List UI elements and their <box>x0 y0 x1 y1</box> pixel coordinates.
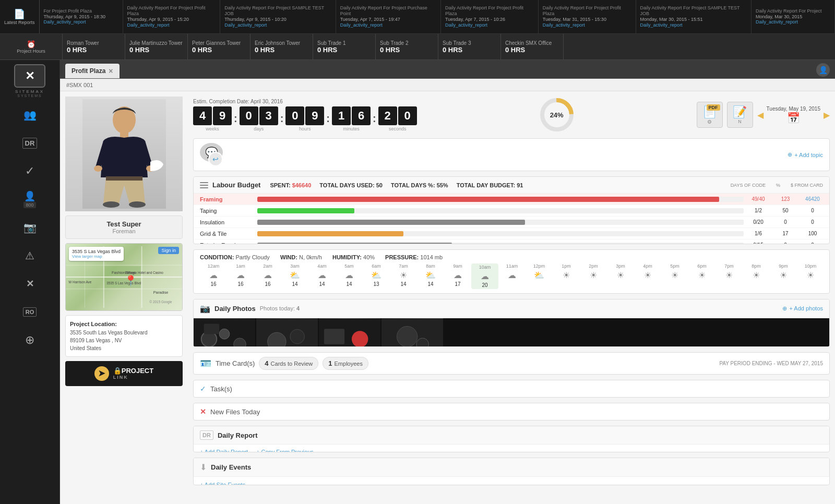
sidebar-item-ro[interactable]: RO <box>11 299 48 325</box>
topic-area: 💬 ↩ ⊕ + Add topic <box>193 138 830 171</box>
add-topic-label: + Add topic <box>794 152 823 158</box>
photo-thumb-2[interactable] <box>256 318 319 347</box>
location-address3: United States <box>70 344 178 352</box>
labour-budget-menu-icon[interactable] <box>200 182 208 188</box>
activity-item[interactable]: Daily Activity Report For Project SAMPLE… <box>220 0 336 33</box>
employees-label: Employees <box>335 361 363 367</box>
clock-icon: ⏰ <box>27 40 35 49</box>
activity-item[interactable]: Daily Activity Report For Project Profit… <box>441 0 539 33</box>
seconds-digit2: 0 <box>398 106 417 125</box>
activity-item[interactable]: Daily Activity Report For Project Purcha… <box>336 0 441 33</box>
svg-point-6 <box>129 201 146 208</box>
daily-report-actions: + Add Daily Report + Copy From Previous <box>194 445 829 452</box>
add-photos-btn[interactable]: ⊕ + Add photos <box>782 305 823 312</box>
weather-hour: 2pm ☀ <box>580 263 607 289</box>
sidebar-item-camera[interactable]: 📷 <box>11 214 48 241</box>
cal-prev-btn[interactable]: ◀ <box>757 110 764 120</box>
employees-badge[interactable]: 1 Employees <box>323 357 368 370</box>
activity-item[interactable]: Daily Activity Report For Project Profit… <box>123 0 221 33</box>
weather-hour: 1am ☁ 16 <box>227 263 254 289</box>
completion-pct: 24% <box>550 111 564 119</box>
col2-header: % <box>776 183 780 188</box>
tab-close-btn[interactable]: × <box>109 67 113 75</box>
svg-point-26 <box>219 329 230 339</box>
breadcrumb-text: #SMX 001 <box>66 82 93 88</box>
daily-report-title: Daily Report <box>218 431 258 439</box>
cards-count: 4 <box>265 359 268 367</box>
sidebar-item-warning[interactable]: ⚠ <box>11 243 48 269</box>
main-content: Test Super Foreman Fashion Show 3535 S L… <box>60 91 835 504</box>
sidebar-item-person[interactable]: 👤 800 <box>11 186 48 212</box>
check-icon: ✓ <box>25 164 34 178</box>
weather-hour: 4pm ☀ <box>634 263 661 289</box>
sidebar-item-check[interactable]: ✓ <box>11 158 48 184</box>
col1-header: DAYS OF CODE <box>731 183 766 188</box>
add-photos-label: + Add photos <box>789 305 823 311</box>
activity-item[interactable]: Daily Activity Report For ProjectMonday,… <box>752 0 835 33</box>
daily-report-section: DR Daily Report + Add Daily Report + Cop… <box>193 426 830 452</box>
logo-name: SITEMAX <box>14 89 45 94</box>
person-image <box>65 97 183 211</box>
new-files-section: ✕ New Files Today <box>193 403 830 421</box>
topic-icon-group: 💬 ↩ <box>200 143 229 166</box>
project-hours-item: Checkin SMX Office0 HRS <box>501 34 564 59</box>
photo-thumb-3[interactable] <box>319 318 381 347</box>
events-download-icon: ⬇ <box>200 462 207 472</box>
dr-badge: DR <box>200 430 213 440</box>
location-title: Project Location: <box>70 320 178 329</box>
cards-label: Cards to Review <box>271 361 313 367</box>
map-pin: 📍 <box>124 274 137 287</box>
hours-digit1: 0 <box>285 106 304 125</box>
map-signin-btn[interactable]: Sign in <box>158 247 179 254</box>
cards-to-review-badge[interactable]: 4 Cards to Review <box>259 357 318 370</box>
calendar-nav: ◀ Tuesday, May 19, 2015 📅 ▶ <box>757 106 830 124</box>
latest-reports-btn[interactable]: 📄 Latest Reports <box>0 0 40 33</box>
tab-profit-plaza[interactable]: Profit Plaza × <box>65 64 120 78</box>
sidebar-item-dr[interactable]: DR <box>11 130 48 156</box>
ro-icon: RO <box>23 307 37 317</box>
countdown-left: Estim. Completion Date: April 30, 2016 4… <box>193 99 417 131</box>
daily-events-section: ⬇ Daily Events + Add Site Events <box>193 458 830 485</box>
breadcrumb: #SMX 001 <box>60 79 835 91</box>
weather-hour: 1pm ☀ <box>553 263 580 289</box>
svg-point-5 <box>103 201 120 208</box>
person-role: Foreman <box>70 228 178 234</box>
add-daily-report-btn[interactable]: + Add Daily Report <box>200 449 248 452</box>
sidebar-item-crosshair[interactable]: ⊕ <box>11 327 48 353</box>
weather-hour: 6pm ☀ <box>688 263 715 289</box>
budget-col-headers: DAYS OF CODE % $ FROM CARD <box>731 183 823 188</box>
weather-hours: 12am ☁ 16 1am ☁ 16 2am ☁ 16 3am ⛅ 14 4am… <box>200 263 823 289</box>
days-group: 0 3 days <box>240 106 278 131</box>
project-hours-item: Julie Martinuzzo Tower0 HRS <box>125 34 188 59</box>
pdf-badge: PDF <box>707 104 720 111</box>
add-site-events-btn[interactable]: + Add Site Events <box>200 482 245 485</box>
view-larger-map-link[interactable]: View larger map <box>72 254 121 259</box>
add-topic-plus: ⊕ <box>788 151 792 158</box>
project-hours-item: Sub Trade 10 HRS <box>313 34 376 59</box>
sidebar-item-files[interactable]: ✕ <box>11 271 48 297</box>
user-icon-btn[interactable]: 👤 <box>816 63 830 77</box>
sidebar-item-people[interactable]: 👥 <box>11 102 48 128</box>
timecards-badges: 4 Cards to Review 1 Employees <box>259 357 368 370</box>
notes-btn[interactable]: 📝 N <box>727 102 753 128</box>
photo-thumb-1[interactable] <box>194 318 256 347</box>
activity-item[interactable]: For Project Profit PlazaThursday, Apr 9,… <box>40 0 123 33</box>
daily-events-title: Daily Events <box>211 463 251 471</box>
activity-item[interactable]: Daily Activity Report For Project SAMPLE… <box>636 0 752 33</box>
pdf-btn[interactable]: 📄 PDF ⚙ <box>697 102 723 128</box>
photo-thumb-4[interactable] <box>381 318 444 347</box>
calendar-icon[interactable]: 📅 <box>787 112 800 124</box>
daily-events-actions: + Add Site Events <box>194 477 829 485</box>
activity-item[interactable]: Daily Activity Report For Project Profit… <box>539 0 636 33</box>
add-topic-btn[interactable]: ⊕ + Add topic <box>788 151 823 158</box>
logo: ✕ SITEMAX SYSTEMS <box>9 65 51 97</box>
copy-from-previous-btn[interactable]: + Copy From Previous <box>256 449 314 452</box>
photos-empty-space <box>444 318 829 347</box>
weeks-digit1: 4 <box>193 106 212 125</box>
cal-next-btn[interactable]: ▶ <box>824 110 830 120</box>
timecards-left: 🪪 Time Card(s) 4 Cards to Review 1 Emplo… <box>200 357 368 370</box>
person-card: Test Super Foreman <box>65 215 183 239</box>
svg-rect-29 <box>204 323 220 334</box>
countdown-digits: 4 9 weeks : 0 3 days : <box>193 106 417 131</box>
project-link-btn[interactable]: ➤ 🔒PROJECT LINK <box>65 361 183 386</box>
